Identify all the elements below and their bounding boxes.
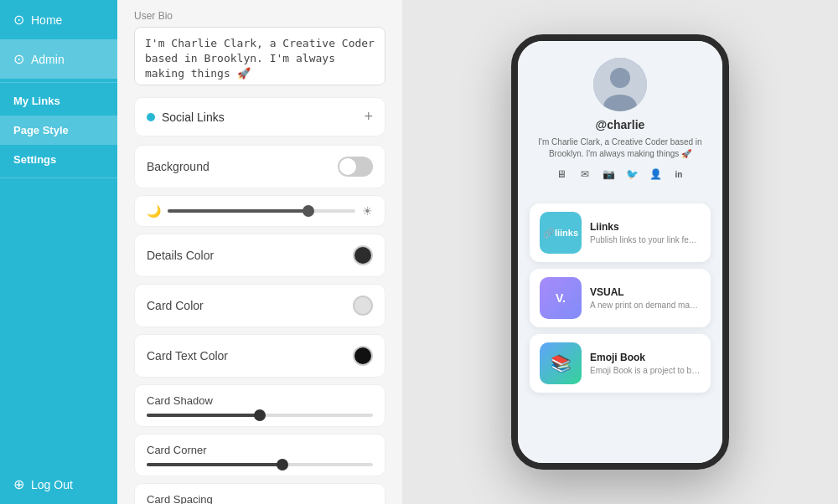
admin-icon: ⊙ (13, 51, 24, 67)
vsual-desc: A new print on demand marketplace for ar… (590, 301, 701, 310)
background-toggle[interactable] (338, 157, 373, 177)
liinks-desc: Publish links to your link feed so your … (590, 235, 701, 244)
instagram-icon: 📷 (600, 168, 617, 180)
sidebar-item-admin[interactable]: ⊙ Admin (0, 39, 117, 79)
email-icon: ✉ (577, 168, 593, 180)
card-corner-label: Card Corner (147, 444, 373, 456)
details-color-row: Details Color (134, 234, 385, 277)
card-text-color-swatch[interactable] (353, 346, 373, 366)
card-color-row: Card Color (134, 284, 385, 327)
card-shadow-slider[interactable] (147, 414, 373, 417)
details-color-swatch[interactable] (353, 245, 373, 265)
social-icons-row: 🖥 ✉ 📷 🐦 👤 in (553, 168, 687, 180)
vsual-thumb: V. (540, 277, 582, 319)
brightness-slider-container: 🌙 ☀ (147, 204, 373, 218)
details-color-label: Details Color (147, 249, 214, 262)
twitter-icon: 🐦 (623, 168, 640, 180)
sidebar-item-page-style[interactable]: Page Style (0, 116, 117, 145)
link-card-vsual[interactable]: V. VSUAL A new print on demand marketpla… (530, 269, 711, 327)
liinks-title: Liinks (590, 221, 701, 233)
card-spacing-row: Card Spacing (134, 483, 385, 504)
liinks-info: Liinks Publish links to your link feed s… (590, 221, 701, 244)
sun-icon: ☀ (362, 204, 373, 218)
logout-label: Log Out (31, 478, 73, 491)
sidebar-item-settings[interactable]: Settings (0, 145, 117, 174)
background-row: Background (134, 145, 385, 188)
sidebar-home-label: Home (31, 13, 62, 27)
page-style-label: Page Style (13, 124, 69, 136)
settings-panel: User Bio I'm Charlie Clark, a Creative C… (117, 0, 402, 504)
home-icon: ⊙ (13, 12, 24, 28)
card-color-swatch[interactable] (353, 296, 373, 316)
vsual-info: VSUAL A new print on demand marketplace … (590, 286, 701, 310)
preview-area: @charlie I'm Charlie Clark, a Creative C… (402, 0, 838, 504)
emoji-thumb: 📚 (540, 342, 582, 384)
profile-username: @charlie (596, 118, 645, 131)
liinks-thumb: 🔗liinks (540, 212, 582, 254)
my-links-label: My Links (13, 95, 60, 107)
phone-mockup: @charlie I'm Charlie Clark, a Creative C… (511, 34, 729, 470)
facebook-icon: 👤 (647, 168, 664, 180)
card-corner-row: Card Corner (134, 434, 385, 476)
social-links-row[interactable]: Social Links + (134, 97, 385, 136)
sidebar-item-home[interactable]: ⊙ Home (0, 0, 117, 39)
card-shadow-row: Card Shadow (134, 384, 385, 427)
social-dot (147, 113, 155, 121)
avatar (593, 58, 647, 111)
card-corner-slider[interactable] (147, 463, 373, 466)
emoji-info: Emoji Book Emoji Book is a project to br… (590, 352, 701, 375)
user-bio-section: User Bio I'm Charlie Clark, a Creative C… (134, 10, 385, 89)
brightness-slider-row: 🌙 ☀ (134, 195, 385, 227)
sidebar-item-my-links[interactable]: My Links (0, 86, 117, 116)
social-links-left: Social Links (147, 111, 225, 124)
background-label: Background (147, 160, 210, 173)
card-spacing-label: Card Spacing (147, 493, 373, 504)
brightness-slider[interactable] (168, 209, 355, 213)
profile-bio: I'm Charlie Clark, a Creative Coder base… (530, 136, 711, 160)
emoji-desc: Emoji Book is a project to bring togethe… (590, 366, 701, 375)
vsual-logo: V. (556, 291, 566, 305)
moon-icon: 🌙 (147, 204, 161, 218)
sidebar-admin-label: Admin (31, 53, 65, 66)
add-social-link-button[interactable]: + (364, 108, 373, 126)
user-bio-label: User Bio (134, 10, 385, 22)
card-color-label: Card Color (147, 299, 204, 312)
card-text-color-row: Card Text Color (134, 334, 385, 378)
link-card-emoji[interactable]: 📚 Emoji Book Emoji Book is a project to … (530, 334, 711, 393)
linkedin-icon: in (670, 168, 687, 180)
sidebar-item-logout[interactable]: ⊕ Log Out (0, 465, 117, 504)
sidebar: ⊙ Home ⊙ Admin My Links Page Style Setti… (0, 0, 117, 504)
main-content: User Bio I'm Charlie Clark, a Creative C… (117, 0, 838, 504)
settings-label: Settings (13, 153, 56, 166)
vsual-title: VSUAL (590, 286, 701, 298)
social-links-label: Social Links (162, 111, 225, 124)
phone-inner: @charlie I'm Charlie Clark, a Creative C… (518, 41, 722, 463)
user-bio-textarea[interactable]: I'm Charlie Clark, a Creative Coder base… (134, 27, 385, 85)
sidebar-divider-2 (0, 177, 117, 178)
svg-point-1 (610, 68, 630, 88)
sidebar-divider (0, 82, 117, 83)
card-shadow-label: Card Shadow (147, 394, 373, 407)
emoji-title: Emoji Book (590, 352, 701, 363)
profile-section: @charlie I'm Charlie Clark, a Creative C… (530, 58, 711, 192)
link-card-liinks[interactable]: 🔗liinks Liinks Publish links to your lin… (530, 203, 711, 262)
logout-icon: ⊕ (13, 476, 24, 492)
card-text-color-label: Card Text Color (147, 349, 228, 363)
desktop-icon: 🖥 (553, 168, 570, 180)
